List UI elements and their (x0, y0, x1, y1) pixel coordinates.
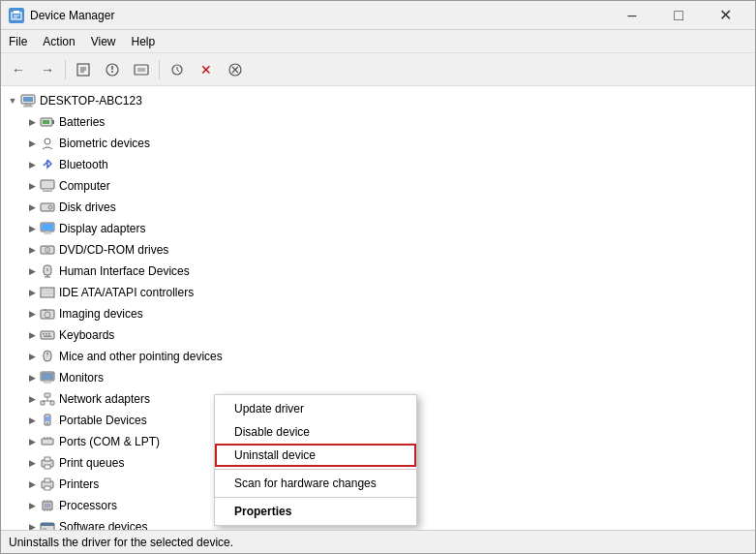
driver-button[interactable] (128, 56, 155, 83)
keyboards-label: Keyboards (59, 328, 114, 342)
display-expand[interactable]: ▶ (24, 221, 40, 236)
tree-root[interactable]: ▼ DESKTOP-ABC123 (1, 90, 755, 111)
batteries-expand[interactable]: ▶ (24, 114, 40, 130)
menu-view[interactable]: View (83, 30, 124, 52)
hid-label: Human Interface Devices (59, 264, 190, 278)
tree-item-disk[interactable]: ▶ Disk drives (1, 197, 755, 218)
svg-point-74 (51, 462, 53, 464)
ctx-update-driver[interactable]: Update driver (215, 397, 416, 420)
tree-item-monitors[interactable]: ▶ Monitors (1, 367, 755, 388)
ctx-uninstall-device[interactable]: Uninstall device (215, 444, 416, 467)
properties-button[interactable] (70, 56, 97, 83)
tree-item-bluetooth[interactable]: ▶ Bluetooth (1, 154, 755, 175)
mice-expand[interactable]: ▶ (24, 349, 40, 364)
printers-label: Printers (59, 477, 99, 491)
tree-item-keyboards[interactable]: ▶ Keyboards (1, 324, 755, 346)
minimize-button[interactable]: – (610, 1, 654, 30)
svg-rect-59 (41, 401, 45, 405)
tree-item-biometric[interactable]: ▶ Biometric devices (1, 133, 755, 154)
portable-expand[interactable]: ▶ (24, 413, 40, 428)
tree-item-hid[interactable]: ▶ Human Interface Devices (1, 261, 755, 282)
svg-rect-12 (137, 68, 145, 72)
svg-rect-65 (45, 416, 49, 421)
ports-icon (40, 434, 55, 449)
title-bar: Device Manager – □ ✕ (1, 1, 755, 30)
processors-expand[interactable]: ▶ (24, 498, 40, 513)
back-button[interactable]: ← (5, 56, 32, 83)
menu-help[interactable]: Help (124, 30, 164, 52)
disk-icon (40, 200, 55, 215)
menu-file[interactable]: File (1, 30, 35, 52)
svg-rect-23 (41, 180, 54, 189)
title-controls: – □ ✕ (610, 1, 747, 30)
tree-item-display[interactable]: ▶ Display adapters (1, 218, 755, 239)
scan-button[interactable] (164, 56, 191, 83)
ctx-disable-device[interactable]: Disable device (215, 420, 416, 444)
printq-expand[interactable]: ▶ (24, 455, 40, 471)
menu-bar: File Action View Help (1, 30, 755, 53)
batteries-icon (40, 114, 55, 130)
tree-item-ide[interactable]: ▶ IDE ATA/ATAPI controllers (1, 282, 755, 303)
menu-action[interactable]: Action (35, 30, 82, 52)
keyboards-expand[interactable]: ▶ (24, 327, 40, 343)
svg-point-28 (50, 207, 51, 208)
ports-expand[interactable]: ▶ (24, 434, 40, 449)
svg-rect-79 (45, 504, 50, 508)
dvd-label: DVD/CD-ROM drives (59, 243, 168, 257)
bluetooth-expand[interactable]: ▶ (24, 157, 40, 172)
svg-rect-20 (52, 120, 54, 124)
dvd-expand[interactable]: ▶ (24, 242, 40, 258)
uninstall-button[interactable] (222, 56, 249, 83)
tree-item-mice[interactable]: ▶ Mice and other pointing devices (1, 346, 755, 367)
printq-icon (40, 455, 55, 471)
ide-label: IDE ATA/ATAPI controllers (59, 286, 194, 299)
imaging-expand[interactable]: ▶ (24, 306, 40, 322)
tree-item-dvd[interactable]: ▶ DVD/CD-ROM drives (1, 239, 755, 261)
bluetooth-label: Bluetooth (59, 158, 108, 171)
svg-rect-67 (42, 439, 53, 445)
svg-rect-30 (42, 224, 53, 231)
biometric-expand[interactable]: ▶ (24, 136, 40, 151)
svg-rect-58 (45, 393, 50, 397)
svg-rect-77 (45, 486, 50, 490)
computer-label: Computer (59, 179, 110, 193)
hid-expand[interactable]: ▶ (24, 263, 40, 279)
dvd-icon (40, 242, 55, 258)
maximize-button[interactable]: □ (656, 1, 701, 30)
svg-rect-32 (44, 233, 51, 234)
update-button[interactable] (99, 56, 126, 83)
computer-expand[interactable]: ▶ (24, 178, 40, 194)
forward-button[interactable]: → (34, 56, 61, 83)
monitors-expand[interactable]: ▶ (24, 370, 40, 385)
device-tree[interactable]: ▼ DESKTOP-ABC123 ▶ (1, 86, 755, 530)
network-expand[interactable]: ▶ (24, 391, 40, 407)
root-expand[interactable]: ▼ (5, 93, 20, 108)
keyboards-icon (40, 327, 55, 343)
disable-button[interactable]: ✕ (193, 56, 220, 83)
monitors-label: Monitors (59, 371, 104, 385)
display-icon (40, 221, 55, 236)
ctx-separator (215, 469, 416, 470)
mice-icon (40, 349, 55, 364)
disk-expand[interactable]: ▶ (24, 200, 40, 215)
software-expand[interactable]: ▶ (24, 519, 40, 530)
tree-item-computer[interactable]: ▶ Computer (1, 175, 755, 197)
tree-item-batteries[interactable]: ▶ Batteries (1, 111, 755, 133)
ide-expand[interactable]: ▶ (24, 285, 40, 300)
ctx-scan-hardware[interactable]: Scan for hardware changes (215, 472, 416, 495)
printers-expand[interactable]: ▶ (24, 477, 40, 492)
svg-rect-72 (45, 457, 50, 461)
ide-icon (40, 285, 55, 300)
svg-rect-55 (42, 373, 53, 380)
ctx-properties[interactable]: Properties (215, 500, 416, 523)
close-button[interactable]: ✕ (703, 1, 747, 30)
biometric-label: Biometric devices (59, 137, 150, 150)
printq-label: Print queues (59, 456, 124, 470)
svg-rect-18 (23, 106, 33, 108)
tree-item-imaging[interactable]: ▶ Imaging devices (1, 303, 755, 324)
toolbar: ← → (1, 53, 755, 86)
svg-rect-31 (45, 231, 49, 233)
svg-rect-1 (14, 11, 19, 14)
svg-rect-73 (45, 465, 50, 469)
svg-point-53 (46, 353, 48, 354)
